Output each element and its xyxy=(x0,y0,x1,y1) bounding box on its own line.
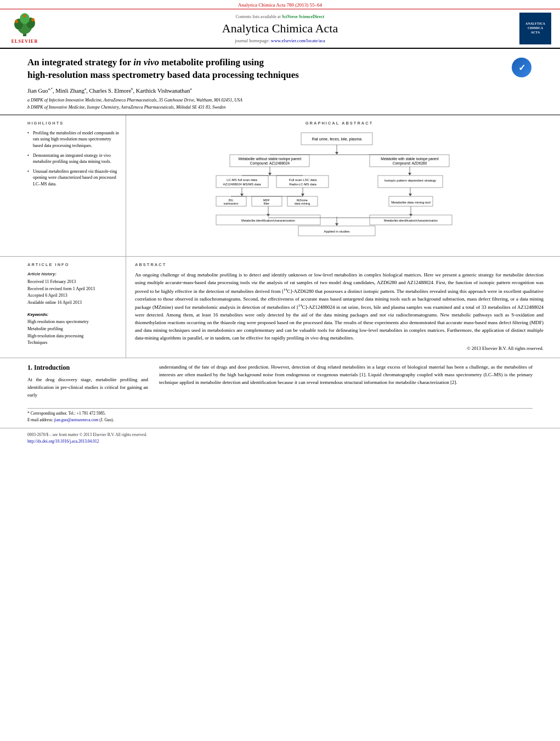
homepage-link[interactable]: www.elsevier.com/locate/aca xyxy=(271,38,325,43)
page: Analytica Chimica Acta 780 (2013) 55–64 … xyxy=(0,0,560,741)
svg-text:Metabolite identification/char: Metabolite identification/characterizati… xyxy=(384,219,438,222)
highlights-graphical-row: HIGHLIGHTS Profiling the metabolites of … xyxy=(0,115,560,257)
highlights-list: Profiling the metabolites of model compo… xyxy=(27,130,119,188)
svg-text:Rat urine, feces, bile, plasma: Rat urine, feces, bile, plasma xyxy=(312,137,361,142)
keyword-1: High resolution mass spectrometry xyxy=(27,319,119,326)
available-date: Available online 16 April 2013 xyxy=(27,299,119,307)
affiliation-b: b DMPK of Innovative Medicine, Isotope C… xyxy=(27,104,533,111)
svg-text:Compound: AZ12488024: Compound: AZ12488024 xyxy=(250,161,290,166)
graphical-abstract-diagram: Rat urine, feces, bile, plasma Metabolit… xyxy=(213,130,466,251)
svg-marker-21 xyxy=(268,173,271,176)
svg-marker-35 xyxy=(240,194,244,196)
article-info-col: ARTICLE INFO Article history: Received 1… xyxy=(11,257,126,358)
highlights-header: HIGHLIGHTS xyxy=(27,121,119,126)
analytica-logo: ANALYTICACHIMICAACTA xyxy=(516,13,555,44)
sciverse-info: Contents lists available at SciVerse Sci… xyxy=(236,14,325,19)
journal-title-area: Contents lists available at SciVerse Sci… xyxy=(48,13,512,44)
abstract-header: ABSTRACT xyxy=(135,262,544,267)
elsevier-tree-icon xyxy=(11,13,38,38)
svg-text:Applied in studies: Applied in studies xyxy=(324,230,349,233)
journal-header: ELSEVIER Contents lists available at Sci… xyxy=(0,9,560,49)
introduction-section: 1. Introduction At the drug discovery st… xyxy=(0,358,560,405)
article-header: An integrated strategy for in vivo metab… xyxy=(0,49,560,115)
intro-right-para: understanding of the fate of drugs and d… xyxy=(159,364,533,387)
journal-title: Analytica Chimica Acta xyxy=(222,21,338,36)
intro-heading: 1. Introduction xyxy=(27,364,148,372)
svg-marker-62 xyxy=(335,223,338,226)
footer-doi: http://dx.doi.org/10.1016/j.aca.2013.04.… xyxy=(27,438,533,445)
doi-link[interactable]: http://dx.doi.org/10.1016/j.aca.2013.04.… xyxy=(27,439,99,444)
journal-citation: Analytica Chimica Acta 780 (2013) 55–64 xyxy=(238,2,322,8)
highlight-item-2: Demonstrating an integrated strategy in … xyxy=(27,152,119,165)
article-info-abstract-row: ARTICLE INFO Article history: Received 1… xyxy=(0,257,560,358)
svg-text:Metabolite data mining tool: Metabolite data mining tool xyxy=(391,201,431,204)
keyword-3: High-resolution data processing xyxy=(27,333,119,340)
svg-text:Metabolite without stable isot: Metabolite without stable isotope parent xyxy=(238,157,301,161)
accepted-date: Accepted 6 April 2013 xyxy=(27,292,119,299)
footnote-email[interactable]: jian.guo@astrazeneca.com xyxy=(54,417,99,422)
highlights-col: HIGHLIGHTS Profiling the metabolites of … xyxy=(11,115,126,256)
svg-text:Radio-LC-MS data: Radio-LC-MS data xyxy=(289,183,316,186)
intro-right: understanding of the fate of drugs and d… xyxy=(159,364,533,399)
affiliations: a DMPK of Infection Innovative Medicine,… xyxy=(27,97,533,111)
highlight-item-3: Unusual metabolites generated via thiazo… xyxy=(27,168,119,188)
copyright-notice: © 2013 Elsevier B.V. All rights reserved… xyxy=(135,346,544,351)
affiliation-a: a DMPK of Infection Innovative Medicine,… xyxy=(27,97,533,104)
authors-line: Jian Guoa,*, Minli Zhanga, Charles S. El… xyxy=(27,86,533,95)
elsevier-brand-text: ELSEVIER xyxy=(12,39,38,44)
svg-text:Metabolite identification/char: Metabolite identification/characterizati… xyxy=(241,219,295,222)
footnote-star: * Corresponding author. Tel.: +1 781 472… xyxy=(27,408,533,423)
svg-point-6 xyxy=(31,18,35,21)
svg-text:Full scan LSC data: Full scan LSC data xyxy=(289,178,316,182)
svg-text:data mining: data mining xyxy=(294,202,309,205)
analytica-logo-box: ANALYTICACHIMICAACTA xyxy=(519,13,551,44)
graphical-abstract-col: GRAPHICAL ABSTRACT Rat urine, feces, bil… xyxy=(126,115,549,256)
svg-marker-23 xyxy=(408,173,411,176)
intro-left: 1. Introduction At the drug discovery st… xyxy=(27,364,148,399)
svg-text:Metabolite with stable isotope: Metabolite with stable isotope parent xyxy=(381,157,439,161)
revised-date: Received in revised form 1 April 2013 xyxy=(27,286,119,293)
intro-left-para: At the drug discovery stage, metabolite … xyxy=(27,376,148,399)
page-footer: 0003-2670/$ – see front matter © 2013 El… xyxy=(0,428,560,448)
keywords-label: Keywords: xyxy=(27,312,119,317)
graphical-abstract-header: GRAPHICAL ABSTRACT xyxy=(306,121,374,126)
article-info-header: ARTICLE INFO xyxy=(27,262,119,267)
elsevier-logo: ELSEVIER xyxy=(5,13,44,44)
svg-point-7 xyxy=(24,15,26,18)
svg-text:filter: filter xyxy=(263,202,269,205)
article-history: Article history: Received 11 February 20… xyxy=(27,271,119,307)
sciverse-link[interactable]: SciVerse ScienceDirect xyxy=(282,14,325,19)
journal-info-bar: Analytica Chimica Acta 780 (2013) 55–64 xyxy=(0,0,560,9)
history-label: Article history: xyxy=(27,271,119,276)
analytica-logo-text: ANALYTICACHIMICAACTA xyxy=(525,22,545,35)
crossmark-badge: ✓ xyxy=(511,56,533,78)
keyword-4: Techniques xyxy=(27,340,119,347)
svg-text:Compound: AZD6280: Compound: AZD6280 xyxy=(392,161,427,166)
svg-marker-58 xyxy=(409,214,412,217)
svg-text:LC-MS full scan data: LC-MS full scan data xyxy=(227,178,257,182)
article-title: An integrated strategy for in vivo metab… xyxy=(27,56,505,82)
highlight-item-1: Profiling the metabolites of model compo… xyxy=(27,130,119,149)
abstract-text: An ongoing challenge of drug metabolite … xyxy=(135,271,544,342)
svg-marker-11 xyxy=(335,152,338,155)
svg-marker-56 xyxy=(267,214,270,217)
footnote-area: * Corresponding author. Tel.: +1 781 472… xyxy=(0,405,560,425)
svg-point-5 xyxy=(15,20,18,23)
svg-text:AZ12488024 MS/MS data: AZ12488024 MS/MS data xyxy=(223,183,261,186)
journal-homepage: journal homepage: www.elsevier.com/locat… xyxy=(235,38,325,43)
svg-text:Isotopic pattern dependent str: Isotopic pattern dependent strategy xyxy=(384,179,435,182)
svg-text:subtraction: subtraction xyxy=(223,202,238,205)
keywords-section: Keywords: High resolution mass spectrome… xyxy=(27,312,119,347)
svg-marker-39 xyxy=(409,194,412,196)
footer-issn: 0003-2670/$ – see front matter © 2013 El… xyxy=(27,432,533,438)
abstract-col: ABSTRACT An ongoing challenge of drug me… xyxy=(126,257,549,358)
received-date: Received 11 February 2013 xyxy=(27,279,119,286)
keyword-2: Metabolite profiling xyxy=(27,326,119,333)
svg-marker-37 xyxy=(301,194,304,196)
crossmark-icon: ✓ xyxy=(512,58,531,77)
title-row: An integrated strategy for in vivo metab… xyxy=(27,56,533,82)
